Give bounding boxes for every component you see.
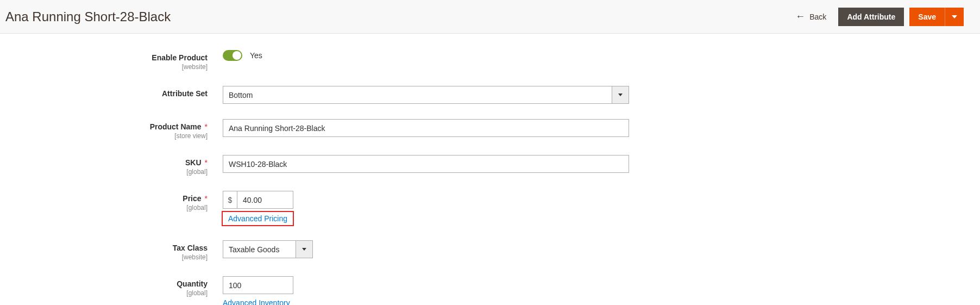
field-tax-class: Taxable Goods — [223, 240, 964, 258]
toggle-knob-icon — [233, 51, 241, 60]
label-sku: SKU* [global] — [16, 155, 223, 176]
label-text: SKU — [185, 158, 202, 167]
label-scope: [global] — [16, 289, 208, 297]
product-name-input[interactable] — [223, 119, 629, 137]
label-text: Enable Product — [152, 53, 208, 62]
price-input[interactable] — [237, 191, 293, 209]
save-dropdown-button[interactable] — [945, 8, 964, 26]
chevron-down-icon — [952, 15, 957, 18]
arrow-left-icon: ← — [795, 11, 805, 22]
field-quantity: Advanced Inventory — [223, 276, 964, 305]
quantity-input[interactable] — [223, 276, 293, 294]
field-sku — [223, 155, 964, 173]
label-scope: [website] — [16, 63, 208, 71]
save-button[interactable]: Save — [909, 8, 945, 26]
label-scope: [global] — [16, 204, 208, 211]
field-product-name — [223, 119, 964, 137]
chevron-down-icon — [618, 94, 623, 96]
label-quantity: Quantity [global] — [16, 276, 223, 297]
label-scope: [website] — [16, 253, 208, 261]
page-header: Ana Running Short-28-Black ← Back Add At… — [0, 0, 980, 34]
label-text: Price — [183, 194, 201, 203]
select-dropdown-button[interactable] — [296, 240, 313, 258]
field-price: $ Advanced Pricing — [223, 191, 964, 225]
label-text: Attribute Set — [162, 89, 208, 98]
required-icon: * — [205, 158, 208, 167]
select-dropdown-button[interactable] — [612, 86, 629, 104]
page-title: Ana Running Short-28-Black — [5, 9, 171, 24]
back-label: Back — [809, 13, 826, 21]
product-form: Enable Product [website] Yes Attribute S… — [0, 34, 980, 305]
label-enable-product: Enable Product [website] — [16, 50, 223, 71]
label-scope: [global] — [16, 168, 208, 176]
toggle-value-label: Yes — [250, 51, 262, 60]
price-input-group: $ — [223, 191, 964, 209]
required-icon: * — [205, 194, 208, 203]
label-tax-class: Tax Class [website] — [16, 240, 223, 261]
field-attribute-set: Bottom — [223, 86, 964, 104]
row-enable-product: Enable Product [website] Yes — [16, 50, 964, 71]
attribute-set-select[interactable]: Bottom — [223, 86, 629, 104]
row-quantity: Quantity [global] Advanced Inventory — [16, 276, 964, 305]
row-product-name: Product Name* [store view] — [16, 119, 964, 140]
advanced-inventory-link[interactable]: Advanced Inventory — [223, 298, 290, 305]
row-attribute-set: Attribute Set Bottom — [16, 86, 964, 104]
advanced-pricing-link[interactable]: Advanced Pricing — [223, 212, 293, 225]
label-attribute-set: Attribute Set — [16, 86, 223, 98]
field-enable-product: Yes — [223, 50, 964, 61]
row-tax-class: Tax Class [website] Taxable Goods — [16, 240, 964, 261]
tax-class-select[interactable]: Taxable Goods — [223, 240, 313, 258]
row-price: Price* [global] $ Advanced Pricing — [16, 191, 964, 225]
back-button[interactable]: ← Back — [789, 7, 833, 27]
enable-product-toggle[interactable] — [223, 50, 242, 61]
label-text: Quantity — [177, 279, 208, 288]
sku-input[interactable] — [223, 155, 629, 173]
chevron-down-icon — [302, 248, 306, 251]
save-button-group: Save — [909, 8, 964, 26]
add-attribute-button[interactable]: Add Attribute — [838, 8, 904, 26]
label-product-name: Product Name* [store view] — [16, 119, 223, 140]
currency-symbol: $ — [223, 191, 237, 209]
label-scope: [store view] — [16, 132, 208, 140]
label-price: Price* [global] — [16, 191, 223, 211]
row-sku: SKU* [global] — [16, 155, 964, 176]
label-text: Product Name — [150, 122, 202, 131]
header-actions: ← Back Add Attribute Save — [789, 7, 964, 27]
label-text: Tax Class — [173, 244, 208, 252]
required-icon: * — [205, 122, 208, 131]
select-value: Bottom — [223, 86, 629, 104]
